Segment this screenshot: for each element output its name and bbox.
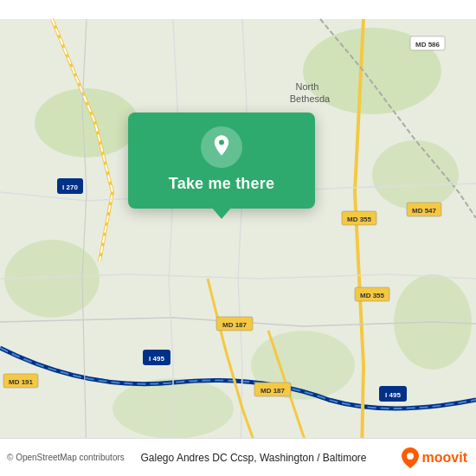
svg-text:MD 547: MD 547 <box>412 207 437 215</box>
svg-text:MD 187: MD 187 <box>261 387 286 395</box>
moovit-pin-icon <box>402 447 419 468</box>
svg-text:MD 187: MD 187 <box>222 321 248 329</box>
svg-point-3 <box>372 140 459 209</box>
copyright-text: © OpenStreetMap contributors <box>7 453 138 462</box>
svg-point-32 <box>407 453 414 460</box>
svg-text:I 495: I 495 <box>385 391 401 399</box>
pin-icon-wrap <box>201 126 242 168</box>
moovit-brand-text: moovit <box>422 450 467 466</box>
svg-point-31 <box>219 140 224 145</box>
svg-text:North: North <box>296 81 319 92</box>
take-me-there-button[interactable]: Take me there <box>169 175 274 193</box>
svg-text:MD 355: MD 355 <box>347 215 372 223</box>
map-container: I 270 MD 586 MD 547 MD 355 MD 355 I 495 … <box>0 0 476 476</box>
svg-text:Bethesda: Bethesda <box>290 93 331 104</box>
location-pin-icon <box>209 133 234 161</box>
location-name-text: Galego Andres DC Ccsp, Washington / Balt… <box>141 452 402 464</box>
svg-text:I 495: I 495 <box>149 355 164 363</box>
svg-text:I 270: I 270 <box>62 183 78 191</box>
bottom-bar: © OpenStreetMap contributors Galego Andr… <box>0 438 476 476</box>
moovit-logo: moovit <box>402 447 467 468</box>
svg-text:MD 191: MD 191 <box>9 378 34 386</box>
svg-text:MD 355: MD 355 <box>360 292 385 299</box>
popup-card: Take me there <box>128 113 315 209</box>
map-background: I 270 MD 586 MD 547 MD 355 MD 355 I 495 … <box>0 0 476 476</box>
svg-text:MD 586: MD 586 <box>415 41 441 48</box>
